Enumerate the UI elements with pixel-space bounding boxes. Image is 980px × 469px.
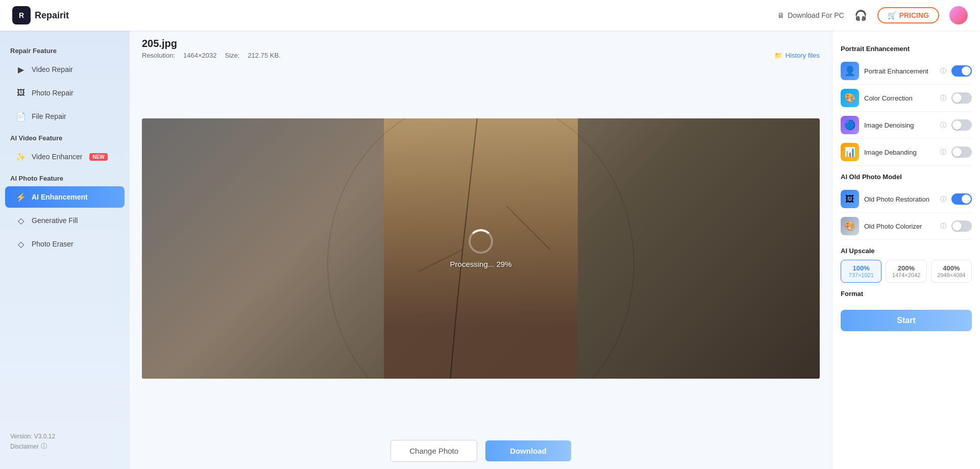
sidebar-item-video-repair[interactable]: ▶ Video Repair	[5, 59, 125, 80]
size-value: 212.75 KB.	[248, 52, 280, 59]
color-correction-info-icon[interactable]: ⓘ	[940, 94, 946, 103]
sidebar-footer: Version: V3.0.12 Disclaimer ⓘ	[0, 425, 130, 459]
image-denoising-icon: 🔵	[841, 116, 859, 134]
image-denoising-info-icon[interactable]: ⓘ	[940, 121, 946, 130]
old-photo-restoration-row: 🖼 Old Photo Restoration ⓘ	[841, 186, 972, 213]
sidebar-item-label: Photo Repair	[32, 89, 74, 97]
sidebar-item-generative-fill[interactable]: ◇ Generative Fill	[5, 210, 125, 231]
upscale-200-label: 200%	[888, 264, 924, 272]
old-photo-restoration-label: Old Photo Restoration	[864, 195, 934, 203]
old-photo-colorizer-toggle[interactable]	[951, 220, 972, 232]
sidebar-item-file-repair[interactable]: 📄 File Repair	[5, 106, 125, 127]
logo-icon: R	[12, 6, 31, 24]
image-debanding-info-icon[interactable]: ⓘ	[940, 148, 946, 157]
portrait-enhancement-toggle[interactable]	[951, 65, 972, 77]
old-photo-colorizer-label: Old Photo Colorizer	[864, 223, 934, 230]
sidebar-item-photo-repair[interactable]: 🖼 Photo Repair	[5, 82, 125, 104]
cart-icon: 🛒	[888, 11, 896, 19]
sidebar: Repair Feature ▶ Video Repair 🖼 Photo Re…	[0, 31, 130, 469]
upscale-options: 100% 737×1021 200% 1474×2042 400% 2948×4…	[841, 260, 972, 283]
old-photo-colorizer-row: 🎨 Old Photo Colorizer ⓘ	[841, 213, 972, 240]
image-preview-container: Processing... 29%	[130, 64, 832, 433]
image-denoising-toggle[interactable]	[951, 119, 972, 131]
app-name: Repairit	[35, 10, 69, 21]
new-badge: NEW	[89, 153, 107, 161]
info-icon: ⓘ	[41, 442, 47, 451]
upscale-100-option[interactable]: 100% 737×1021	[841, 260, 881, 283]
file-repair-icon: 📄	[15, 111, 27, 122]
sidebar-item-label: Video Enhancer	[32, 153, 82, 161]
video-enhancer-icon: ✨	[15, 151, 27, 162]
download-button[interactable]: Download	[485, 440, 571, 461]
old-photo-restoration-info-icon[interactable]: ⓘ	[940, 195, 946, 204]
history-files-link[interactable]: 📁 History files	[774, 52, 820, 59]
image-debanding-label: Image Debanding	[864, 149, 934, 156]
old-photo-restoration-icon: 🖼	[841, 190, 859, 208]
sidebar-section-ai-video: AI Video Feature	[0, 128, 130, 145]
color-correction-row: 🎨 Color Correction ⓘ	[841, 85, 972, 112]
sidebar-item-label: Video Repair	[32, 65, 73, 73]
old-photo-colorizer-info-icon[interactable]: ⓘ	[940, 222, 946, 231]
photo-eraser-icon: ◇	[15, 238, 27, 250]
content-area: 205.jpg Resolution: 1464×2032 Size: 212.…	[130, 31, 832, 469]
photo-repair-icon: 🖼	[15, 87, 27, 98]
sidebar-item-label: Photo Eraser	[32, 240, 74, 248]
video-repair-icon: ▶	[15, 64, 27, 75]
resolution-value: 1464×2032	[183, 52, 216, 59]
image-denoising-label: Image Denoising	[864, 121, 934, 129]
processing-spinner	[469, 229, 493, 254]
image-debanding-row: 📊 Image Debanding ⓘ	[841, 139, 972, 166]
generative-fill-icon: ◇	[15, 215, 27, 226]
bottom-bar: Change Photo Download	[130, 433, 832, 469]
image-denoising-row: 🔵 Image Denoising ⓘ	[841, 112, 972, 139]
pricing-button[interactable]: 🛒 PRICING	[877, 7, 939, 23]
resolution-label: Resolution:	[142, 52, 175, 59]
color-correction-label: Color Correction	[864, 94, 934, 102]
portrait-info-icon[interactable]: ⓘ	[940, 67, 946, 76]
image-debanding-toggle[interactable]	[951, 146, 972, 158]
upscale-100-sub: 737×1021	[843, 272, 879, 278]
color-correction-icon: 🎨	[841, 89, 859, 107]
color-correction-toggle[interactable]	[951, 92, 972, 104]
history-icon: 📁	[774, 52, 782, 59]
monitor-icon: 🖥	[777, 11, 785, 19]
format-section-label: Format	[841, 290, 972, 298]
ai-enhancement-icon: ⚡	[15, 191, 27, 203]
ai-upscale-section-label: AI Upscale	[841, 247, 972, 255]
download-pc-button[interactable]: 🖥 Download For PC	[777, 11, 844, 19]
sidebar-item-label: AI Enhancement	[32, 193, 88, 201]
upscale-400-option[interactable]: 400% 2948×4084	[931, 260, 972, 283]
ai-old-photo-section-label: AI Old Photo Model	[841, 173, 972, 181]
sidebar-item-photo-eraser[interactable]: ◇ Photo Eraser	[5, 233, 125, 255]
sidebar-section-ai-photo: AI Photo Feature	[0, 168, 130, 185]
file-meta: Resolution: 1464×2032 Size: 212.75 KB. 📁…	[142, 52, 820, 59]
processing-text: Processing... 29%	[450, 260, 512, 268]
app-header: R Repairit 🖥 Download For PC 🎧 🛒 PRICING	[0, 0, 980, 31]
upscale-100-label: 100%	[843, 264, 879, 272]
upscale-400-sub: 2948×4084	[934, 272, 969, 278]
portrait-section-label: Portrait Enhancement	[841, 45, 972, 53]
logo-area: R Repairit	[12, 6, 69, 24]
support-icon[interactable]: 🎧	[854, 9, 867, 21]
change-photo-button[interactable]: Change Photo	[390, 440, 477, 462]
portrait-enhancement-icon: 👤	[841, 62, 859, 80]
sidebar-item-label: File Repair	[32, 112, 66, 120]
portrait-enhancement-row: 👤 Portrait Enhancement ⓘ	[841, 58, 972, 85]
start-button[interactable]: Start	[841, 310, 972, 331]
processing-overlay: Processing... 29%	[142, 118, 820, 379]
file-info-bar: 205.jpg Resolution: 1464×2032 Size: 212.…	[130, 31, 832, 64]
portrait-enhancement-label: Portrait Enhancement	[864, 67, 934, 75]
old-photo-restoration-toggle[interactable]	[951, 193, 972, 205]
upscale-200-option[interactable]: 200% 1474×2042	[886, 260, 926, 283]
user-avatar[interactable]	[949, 6, 968, 24]
main-layout: Repair Feature ▶ Video Repair 🖼 Photo Re…	[0, 31, 980, 469]
sidebar-item-ai-enhancement[interactable]: ⚡ AI Enhancement	[5, 186, 125, 208]
header-right: 🖥 Download For PC 🎧 🛒 PRICING	[777, 6, 968, 24]
file-name: 205.jpg	[142, 38, 820, 50]
sidebar-section-repair: Repair Feature	[0, 41, 130, 58]
image-preview: Processing... 29%	[142, 118, 820, 379]
disclaimer-link[interactable]: Disclaimer ⓘ	[10, 442, 119, 451]
old-photo-colorizer-icon: 🎨	[841, 217, 859, 235]
sidebar-item-video-enhancer[interactable]: ✨ Video Enhancer NEW	[5, 146, 125, 167]
right-panel: Portrait Enhancement 👤 Portrait Enhancem…	[832, 31, 980, 469]
